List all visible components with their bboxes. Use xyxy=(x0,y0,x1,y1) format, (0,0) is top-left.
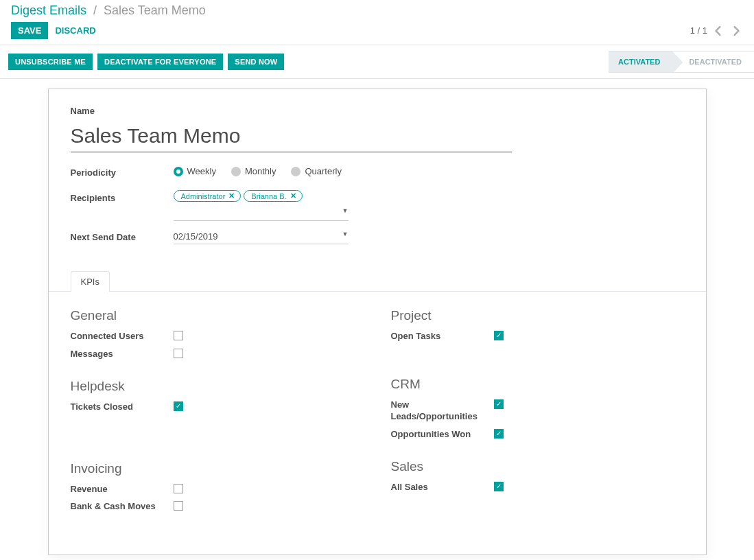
breadcrumb-separator: / xyxy=(93,3,97,18)
kpi-revenue-checkbox[interactable] xyxy=(174,484,183,493)
kpi-bank-cash-label: Bank & Cash Moves xyxy=(71,500,174,513)
section-general-title: General xyxy=(71,308,364,323)
kpi-connected-users-checkbox[interactable] xyxy=(174,331,183,340)
unsubscribe-me-button[interactable]: UNSUBSCRIBE ME xyxy=(8,54,93,70)
statusbar: UNSUBSCRIBE ME DEACTIVATE FOR EVERYONE S… xyxy=(0,45,754,79)
kpi-opportunities-won-checkbox[interactable] xyxy=(494,429,504,439)
next-send-date-input[interactable] xyxy=(174,229,349,244)
periodicity-quarterly[interactable]: Quarterly xyxy=(291,166,341,176)
save-button[interactable]: SAVE xyxy=(11,22,48,39)
kpi-tickets-closed-checkbox[interactable] xyxy=(174,401,183,411)
recipients-label: Recipients xyxy=(71,190,174,203)
recipient-tag-administrator[interactable]: Administrator✕ xyxy=(174,190,241,202)
kpi-all-sales-checkbox[interactable] xyxy=(494,482,504,491)
kpi-messages-label: Messages xyxy=(71,348,174,360)
control-row: SAVE DISCARD 1 / 1 xyxy=(0,18,754,45)
kpi-tickets-closed-label: Tickets Closed xyxy=(71,401,174,413)
kpi-new-leads-label: New Leads/Opportunities xyxy=(391,399,494,423)
periodicity-radio-group: Weekly Monthly Quarterly xyxy=(174,165,373,176)
kpi-connected-users-label: Connected Users xyxy=(71,330,174,342)
pager-prev-icon[interactable] xyxy=(711,24,725,38)
remove-tag-icon[interactable]: ✕ xyxy=(228,191,235,200)
recipients-tags[interactable]: Administrator✕ Brianna B.✕ xyxy=(174,190,448,202)
periodicity-label: Periodicity xyxy=(71,165,174,178)
section-crm-title: CRM xyxy=(391,377,684,392)
kpi-new-leads-checkbox[interactable] xyxy=(494,399,504,409)
section-invoicing-title: Invoicing xyxy=(71,461,364,476)
kpi-open-tasks-label: Open Tasks xyxy=(391,330,494,342)
pager: 1 / 1 xyxy=(690,24,743,38)
discard-button[interactable]: DISCARD xyxy=(48,22,102,39)
next-send-date-label: Next Send Date xyxy=(71,229,174,242)
name-label: Name xyxy=(71,106,684,116)
kpi-opportunities-won-label: Opportunities Won xyxy=(391,428,494,441)
stage-activated[interactable]: ACTIVATED xyxy=(609,51,672,73)
breadcrumb: Digest Emails / Sales Team Memo xyxy=(0,0,754,18)
kpi-all-sales-label: All Sales xyxy=(391,481,494,493)
kpi-bank-cash-checkbox[interactable] xyxy=(174,501,183,511)
section-project-title: Project xyxy=(391,308,684,323)
tab-bar: KPIs xyxy=(49,270,706,292)
deactivate-for-everyone-button[interactable]: DEACTIVATE FOR EVERYONE xyxy=(97,54,223,70)
kpi-open-tasks-checkbox[interactable] xyxy=(494,331,504,340)
kpi-revenue-label: Revenue xyxy=(71,483,174,495)
kpi-messages-checkbox[interactable] xyxy=(174,349,183,358)
remove-tag-icon[interactable]: ✕ xyxy=(290,191,296,200)
breadcrumb-parent[interactable]: Digest Emails xyxy=(11,3,86,18)
pager-text: 1 / 1 xyxy=(690,25,707,36)
form-sheet: Name Periodicity Weekly Monthly Quarterl… xyxy=(48,89,707,555)
recipient-tag-brianna[interactable]: Brianna B.✕ xyxy=(244,190,302,202)
periodicity-monthly[interactable]: Monthly xyxy=(231,166,276,176)
section-helpdesk-title: Helpdesk xyxy=(71,379,364,394)
send-now-button[interactable]: SEND NOW xyxy=(228,54,284,70)
section-sales-title: Sales xyxy=(391,459,684,474)
breadcrumb-current: Sales Team Memo xyxy=(104,3,206,18)
tab-kpis[interactable]: KPIs xyxy=(71,271,110,292)
recipients-input[interactable] xyxy=(174,206,349,221)
periodicity-weekly[interactable]: Weekly xyxy=(174,166,216,176)
pager-next-icon[interactable] xyxy=(729,24,743,38)
name-input[interactable] xyxy=(71,121,513,152)
stage-deactivated[interactable]: DEACTIVATED xyxy=(672,51,754,73)
